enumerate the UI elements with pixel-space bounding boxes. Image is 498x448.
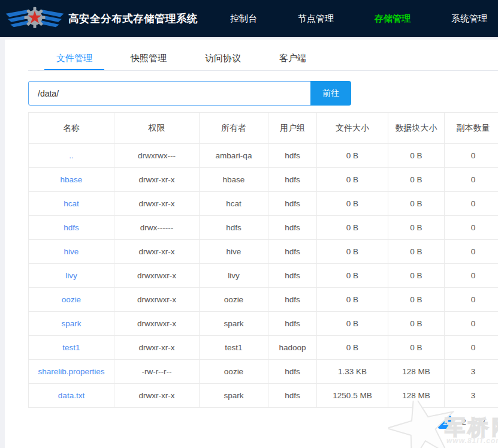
group-cell: hdfs xyxy=(268,384,317,408)
table-row: oozie drwxrwxr-x oozie hdfs 0 B 0 B 0 xyxy=(29,288,498,312)
file-link[interactable]: hdfs xyxy=(64,223,79,232)
permission-cell: drwxr-xr-x xyxy=(114,168,200,192)
replicas-cell: 3 xyxy=(445,384,498,408)
owner-cell: test1 xyxy=(200,336,268,360)
table-row: hive drwxr-xr-x hive hdfs 0 B 0 B 0 xyxy=(29,240,498,264)
file-name-cell: hbase xyxy=(29,168,114,192)
table-row: hcat drwxr-xr-x hcat hdfs 0 B 0 B 0 xyxy=(29,192,498,216)
group-cell: hdfs xyxy=(268,144,317,168)
block-size-cell: 0 B xyxy=(388,264,445,288)
go-button[interactable]: 前往 xyxy=(310,81,351,106)
tab-access-protocol[interactable]: 访问协议 xyxy=(193,47,253,70)
replicas-cell: 0 xyxy=(445,264,498,288)
table-row: test1 drwxr-xr-x test1 hadoop 0 B 0 B 0 xyxy=(29,336,498,360)
file-link[interactable]: hcat xyxy=(64,199,79,208)
col-header-block-size: 数据块大小 xyxy=(388,113,445,144)
replicas-cell: 0 xyxy=(445,336,498,360)
file-size-cell: 1250.5 MB xyxy=(317,384,388,408)
permission-cell: drwxr-xr-x xyxy=(114,384,200,408)
table-row: spark drwxrwxr-x spark hdfs 0 B 0 B 0 xyxy=(29,312,498,336)
table-header-row: 名称 权限 所有者 用户组 文件大小 数据块大小 副本数量 xyxy=(29,113,498,144)
file-size-cell: 0 B xyxy=(317,216,388,240)
main-nav-menu: 控制台 节点管理 存储管理 系统管理 xyxy=(230,13,498,25)
file-link[interactable]: livy xyxy=(65,271,77,280)
table-row: hdfs drwx------ hdfs hdfs 0 B 0 B 0 xyxy=(29,216,498,240)
table-row: data.txt drwxr-xr-x spark hdfs 1250.5 MB… xyxy=(29,384,498,408)
file-name-cell: hive xyxy=(29,240,114,264)
block-size-cell: 0 B xyxy=(388,336,445,360)
group-cell: hdfs xyxy=(268,168,317,192)
permission-cell: drwxr-xr-x xyxy=(114,336,200,360)
file-link[interactable]: sharelib.properties xyxy=(38,367,104,376)
file-name-cell: oozie xyxy=(29,288,114,312)
table-row: hbase drwxr-xr-x hbase hdfs 0 B 0 B 0 xyxy=(29,168,498,192)
path-input[interactable] xyxy=(28,81,310,106)
file-link[interactable]: hive xyxy=(64,247,79,256)
owner-cell: hbase xyxy=(200,168,268,192)
file-link[interactable]: oozie xyxy=(62,295,81,304)
nav-item-console[interactable]: 控制台 xyxy=(230,13,257,25)
file-name-cell: sharelib.properties xyxy=(29,360,114,384)
owner-cell: ambari-qa xyxy=(200,144,268,168)
tab-snapshot-management[interactable]: 快照管理 xyxy=(119,47,179,70)
file-size-cell: 0 B xyxy=(317,192,388,216)
permission-cell: drwxrwxr-x xyxy=(114,312,200,336)
col-header-group: 用户组 xyxy=(268,113,317,144)
group-cell: hdfs xyxy=(268,312,317,336)
content-card: 文件管理 快照管理 访问协议 客户端 前往 名称 权限 所有者 用户组 文件大小… xyxy=(5,40,498,448)
file-name-cell: test1 xyxy=(29,336,114,360)
group-cell: hdfs xyxy=(268,264,317,288)
col-header-replicas: 副本数量 xyxy=(445,113,498,144)
owner-cell: oozie xyxy=(200,288,268,312)
file-link[interactable]: .. xyxy=(69,151,74,160)
top-navbar: 高安全分布式存储管理系统 控制台 节点管理 存储管理 系统管理 xyxy=(0,0,498,37)
permission-cell: -rw-r--r-- xyxy=(114,360,200,384)
tab-bar: 文件管理 快照管理 访问协议 客户端 xyxy=(28,47,498,71)
file-size-cell: 0 B xyxy=(317,144,388,168)
owner-cell: hive xyxy=(200,240,268,264)
file-name-cell: hcat xyxy=(29,192,114,216)
block-size-cell: 0 B xyxy=(388,240,445,264)
file-size-cell: 0 B xyxy=(317,240,388,264)
block-size-cell: 0 B xyxy=(388,144,445,168)
pagination-page-1[interactable]: 1 xyxy=(438,416,451,429)
file-table: 名称 权限 所有者 用户组 文件大小 数据块大小 副本数量 .. drwxrwx… xyxy=(28,112,498,408)
pagination-prev-icon[interactable]: ‹ xyxy=(422,416,426,429)
col-header-name: 名称 xyxy=(29,113,114,144)
permission-cell: drwxrwx--- xyxy=(114,144,200,168)
permission-cell: drwxr-xr-x xyxy=(114,192,200,216)
nav-item-storage-management[interactable]: 存储管理 xyxy=(375,13,411,25)
pagination-page-2[interactable]: 2 xyxy=(457,416,470,429)
nav-item-node-management[interactable]: 节点管理 xyxy=(298,13,334,25)
group-cell: hdfs xyxy=(268,288,317,312)
file-name-cell: .. xyxy=(29,144,114,168)
tab-file-management[interactable]: 文件管理 xyxy=(44,47,104,70)
owner-cell: oozie xyxy=(200,360,268,384)
pagination-page-3[interactable]: 3 xyxy=(476,416,490,429)
file-size-cell: 0 B xyxy=(317,312,388,336)
replicas-cell: 0 xyxy=(445,144,498,168)
block-size-cell: 0 B xyxy=(388,288,445,312)
file-name-cell: hdfs xyxy=(29,216,114,240)
table-row: livy drwxrwxr-x livy hdfs 0 B 0 B 0 xyxy=(29,264,498,288)
file-link[interactable]: hbase xyxy=(61,175,83,184)
file-size-cell: 0 B xyxy=(317,336,388,360)
app-title: 高安全分布式存储管理系统 xyxy=(68,11,198,26)
tab-client[interactable]: 客户端 xyxy=(267,47,318,70)
group-cell: hdfs xyxy=(268,360,317,384)
app-logo-wings-gear-star-icon xyxy=(5,2,65,35)
file-link[interactable]: spark xyxy=(61,319,81,328)
file-link[interactable]: data.txt xyxy=(58,391,84,400)
replicas-cell: 3 xyxy=(445,360,498,384)
block-size-cell: 0 B xyxy=(388,192,445,216)
col-header-file-size: 文件大小 xyxy=(317,113,388,144)
file-name-cell: livy xyxy=(29,264,114,288)
file-size-cell: 0 B xyxy=(317,288,388,312)
group-cell: hdfs xyxy=(268,192,317,216)
nav-item-system-management[interactable]: 系统管理 xyxy=(451,13,487,25)
block-size-cell: 0 B xyxy=(388,168,445,192)
block-size-cell: 0 B xyxy=(388,216,445,240)
table-row: .. drwxrwx--- ambari-qa hdfs 0 B 0 B 0 xyxy=(29,144,498,168)
owner-cell: hdfs xyxy=(200,216,268,240)
file-link[interactable]: test1 xyxy=(62,343,80,352)
